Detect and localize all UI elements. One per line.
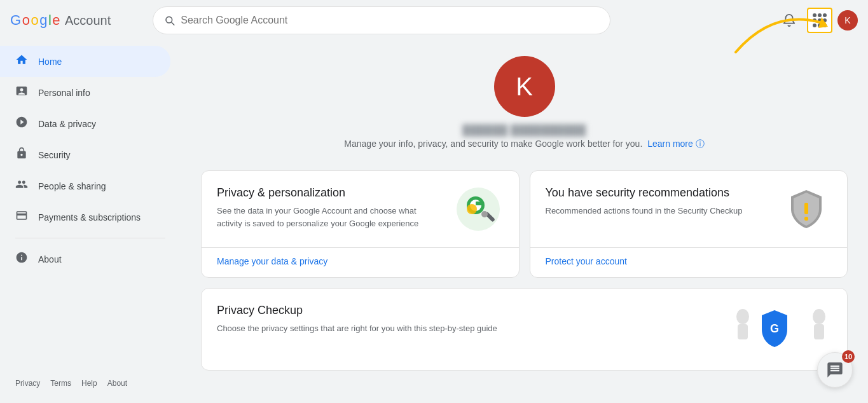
- chat-badge: 10: [842, 350, 855, 363]
- main-layout: Home Personal info Data & privacy Securi…: [0, 41, 868, 403]
- data-privacy-icon: [15, 116, 28, 132]
- profile-avatar: K: [494, 56, 555, 117]
- sidebar-item-label: Personal info: [38, 88, 90, 98]
- footer-terms-link[interactable]: Terms: [50, 379, 71, 388]
- sidebar-item-label: Home: [38, 57, 62, 67]
- logo-g: G: [10, 12, 21, 29]
- logo-g2: g: [39, 12, 47, 29]
- header: Google Account K: [0, 0, 868, 41]
- sidebar-divider: [15, 238, 165, 238]
- sidebar-item-payments[interactable]: Payments & subscriptions: [0, 202, 170, 233]
- payments-icon: [15, 209, 28, 225]
- checkup-illustration-svg: G: [730, 304, 832, 355]
- card-body: Privacy & personalization See the data i…: [202, 171, 519, 247]
- card-title: You have security recommendations: [546, 186, 771, 200]
- svg-point-6: [481, 211, 488, 217]
- grid-icon: [813, 13, 827, 27]
- privacy-personalization-card[interactable]: Privacy & personalization See the data i…: [201, 170, 520, 278]
- card-text: Privacy & personalization See the data i…: [217, 186, 443, 229]
- svg-text:G: G: [770, 322, 779, 335]
- main-content: K ██████ ██████████ Manage your info, pr…: [181, 41, 868, 403]
- search-icon: [163, 14, 176, 27]
- sidebar-item-label: Data & privacy: [38, 119, 96, 129]
- logo-l: l: [48, 12, 51, 29]
- security-recommendations-card[interactable]: You have security recommendations Recomm…: [530, 170, 848, 278]
- info-circle-icon: ⓘ: [696, 139, 705, 149]
- home-icon: [15, 53, 28, 69]
- protect-account-link[interactable]: Protect your account: [546, 256, 627, 266]
- footer-privacy-link[interactable]: Privacy: [15, 379, 40, 388]
- apps-grid-button[interactable]: [807, 8, 832, 33]
- sidebar-footer: Privacy Terms Help About: [0, 369, 181, 398]
- checkup-desc: Choose the privacy settings that are rig…: [217, 322, 720, 335]
- card-footer: Manage your data & privacy: [202, 247, 519, 277]
- sidebar-item-data-privacy[interactable]: Data & privacy: [0, 108, 170, 139]
- notifications-button[interactable]: [776, 8, 802, 33]
- google-logo: Google: [10, 12, 60, 29]
- checkup-text: Privacy Checkup Choose the privacy setti…: [217, 304, 720, 335]
- sidebar-item-home[interactable]: Home: [0, 46, 170, 77]
- card-text: You have security recommendations Recomm…: [546, 186, 771, 217]
- privacy-personalization-icon: [455, 186, 501, 232]
- chat-button[interactable]: 10: [817, 352, 853, 388]
- search-input[interactable]: [181, 15, 600, 26]
- card-title: Privacy & personalization: [217, 186, 443, 200]
- privacy-checkup-card[interactable]: Privacy Checkup Choose the privacy setti…: [201, 288, 848, 371]
- chat-icon: [826, 361, 844, 379]
- sidebar-item-personal-info[interactable]: Personal info: [0, 77, 170, 108]
- card-footer: Protect your account: [530, 247, 848, 277]
- security-lock-icon: [15, 147, 28, 163]
- logo-o1: o: [22, 12, 30, 29]
- footer-about-link[interactable]: About: [107, 379, 127, 388]
- profile-section: K ██████ ██████████ Manage your info, pr…: [201, 56, 848, 165]
- bell-icon: [782, 13, 796, 27]
- learn-more-link[interactable]: Learn more: [647, 139, 693, 149]
- sidebar-item-about[interactable]: About: [0, 243, 170, 275]
- profile-subtitle: Manage your info, privacy, and security …: [344, 139, 704, 150]
- sidebar-item-label: About: [38, 254, 62, 264]
- sidebar-item-label: People & sharing: [38, 181, 106, 191]
- svg-rect-4: [476, 202, 483, 205]
- manage-data-privacy-link[interactable]: Manage your data & privacy: [217, 256, 327, 266]
- logo-o2: o: [31, 12, 38, 29]
- sidebar-item-label: Security: [38, 150, 71, 160]
- privacy-card-icon-area: [453, 186, 504, 232]
- logo-e: e: [52, 12, 60, 29]
- logo-area: Google Account: [10, 12, 137, 29]
- svg-point-13: [813, 309, 825, 324]
- header-right: K: [776, 8, 858, 33]
- sidebar-item-label: Payments & subscriptions: [38, 212, 141, 222]
- svg-rect-8: [804, 203, 808, 214]
- security-card-icon-area: [781, 186, 832, 232]
- person-info-icon: [15, 85, 28, 100]
- profile-name: ██████ ██████████: [462, 125, 586, 136]
- svg-point-10: [736, 309, 749, 324]
- avatar[interactable]: K: [837, 10, 858, 31]
- svg-point-7: [467, 204, 477, 214]
- about-icon: [15, 251, 28, 267]
- svg-rect-9: [804, 217, 808, 221]
- sidebar-item-people-sharing[interactable]: People & sharing: [0, 170, 170, 202]
- svg-rect-11: [738, 324, 748, 339]
- svg-rect-14: [814, 324, 824, 339]
- footer-help-link[interactable]: Help: [81, 379, 97, 388]
- checkup-title: Privacy Checkup: [217, 304, 720, 317]
- sidebar-item-security[interactable]: Security: [0, 139, 170, 170]
- people-sharing-icon: [15, 178, 28, 194]
- cards-row: Privacy & personalization See the data i…: [201, 170, 848, 278]
- card-desc: Recommended actions found in the Securit…: [546, 205, 771, 217]
- checkup-illustration: G: [730, 304, 832, 355]
- search-bar[interactable]: [153, 6, 610, 34]
- card-body: You have security recommendations Recomm…: [530, 171, 848, 247]
- privacy-checkup-body: Privacy Checkup Choose the privacy setti…: [202, 289, 847, 370]
- security-shield-icon: [783, 186, 829, 232]
- sidebar: Home Personal info Data & privacy Securi…: [0, 41, 181, 403]
- account-text: Account: [65, 13, 111, 28]
- card-desc: See the data in your Google Account and …: [217, 205, 443, 229]
